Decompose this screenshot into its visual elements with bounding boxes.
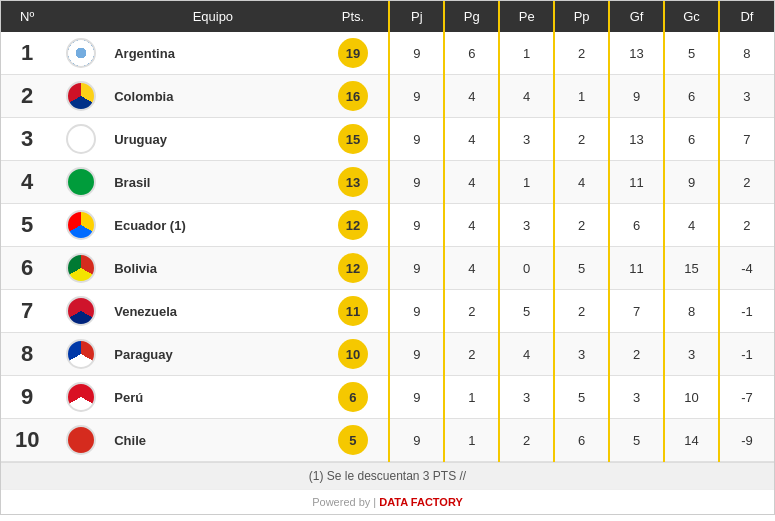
team-name-cell: Colombia xyxy=(108,75,317,118)
rank-cell: 2 xyxy=(1,75,53,118)
flag-chi-icon xyxy=(66,425,96,455)
gf-cell: 11 xyxy=(609,247,664,290)
gc-cell: 8 xyxy=(664,290,719,333)
pts-badge: 11 xyxy=(338,296,368,326)
rank-cell: 5 xyxy=(1,204,53,247)
pg-cell: 1 xyxy=(444,376,499,419)
pts-badge: 19 xyxy=(338,38,368,68)
flag-bol-icon xyxy=(66,253,96,283)
gf-cell: 2 xyxy=(609,333,664,376)
flag-per-icon xyxy=(66,382,96,412)
flag-cell xyxy=(53,376,108,419)
team-name-cell: Bolivia xyxy=(108,247,317,290)
col-header-flag xyxy=(53,1,108,32)
pg-cell: 4 xyxy=(444,75,499,118)
team-name-cell: Argentina xyxy=(108,32,317,75)
pj-cell: 9 xyxy=(389,75,444,118)
table-row: 8 Paraguay 10 9 2 4 3 2 3 -1 xyxy=(1,333,774,376)
pp-cell: 5 xyxy=(554,247,609,290)
table-row: 7 Venezuela 11 9 2 5 2 7 8 -1 xyxy=(1,290,774,333)
table-row: 5 Ecuador (1) 12 9 4 3 2 6 4 2 xyxy=(1,204,774,247)
gf-cell: 6 xyxy=(609,204,664,247)
col-header-equipo: Equipo xyxy=(108,1,317,32)
df-cell: 2 xyxy=(719,161,774,204)
pp-cell: 2 xyxy=(554,118,609,161)
gc-cell: 6 xyxy=(664,75,719,118)
pp-cell: 5 xyxy=(554,376,609,419)
pj-cell: 9 xyxy=(389,32,444,75)
flag-bra-icon xyxy=(66,167,96,197)
gf-cell: 9 xyxy=(609,75,664,118)
standings-table: Nº Equipo Pts. Pj Pg Pe Pp Gf Gc Df 1 Ar… xyxy=(1,1,774,462)
pp-cell: 2 xyxy=(554,204,609,247)
flag-cell xyxy=(53,333,108,376)
pts-cell: 12 xyxy=(318,204,390,247)
table-row: 1 Argentina 19 9 6 1 2 13 5 8 xyxy=(1,32,774,75)
col-header-df: Df xyxy=(719,1,774,32)
standings-table-container: Nº Equipo Pts. Pj Pg Pe Pp Gf Gc Df 1 Ar… xyxy=(0,0,775,515)
df-cell: -9 xyxy=(719,419,774,462)
pe-cell: 1 xyxy=(499,161,554,204)
team-name-cell: Brasil xyxy=(108,161,317,204)
table-header-row: Nº Equipo Pts. Pj Pg Pe Pp Gf Gc Df xyxy=(1,1,774,32)
flag-par-icon xyxy=(66,339,96,369)
flag-arg-icon xyxy=(66,38,96,68)
gc-cell: 6 xyxy=(664,118,719,161)
datafactory-logo: DATA FACTORY xyxy=(379,496,463,508)
pp-cell: 1 xyxy=(554,75,609,118)
rank-cell: 8 xyxy=(1,333,53,376)
pts-badge: 13 xyxy=(338,167,368,197)
table-row: 10 Chile 5 9 1 2 6 5 14 -9 xyxy=(1,419,774,462)
df-cell: -7 xyxy=(719,376,774,419)
pp-cell: 6 xyxy=(554,419,609,462)
rank-cell: 4 xyxy=(1,161,53,204)
pg-cell: 1 xyxy=(444,419,499,462)
team-name-cell: Uruguay xyxy=(108,118,317,161)
pe-cell: 3 xyxy=(499,204,554,247)
pts-cell: 13 xyxy=(318,161,390,204)
pts-cell: 15 xyxy=(318,118,390,161)
pj-cell: 9 xyxy=(389,333,444,376)
pp-cell: 2 xyxy=(554,290,609,333)
pg-cell: 4 xyxy=(444,161,499,204)
gf-cell: 3 xyxy=(609,376,664,419)
gc-cell: 9 xyxy=(664,161,719,204)
pe-cell: 3 xyxy=(499,376,554,419)
flag-cell xyxy=(53,118,108,161)
pts-badge: 10 xyxy=(338,339,368,369)
pe-cell: 3 xyxy=(499,118,554,161)
col-header-pj: Pj xyxy=(389,1,444,32)
col-header-gf: Gf xyxy=(609,1,664,32)
df-cell: -4 xyxy=(719,247,774,290)
pj-cell: 9 xyxy=(389,247,444,290)
flag-cell xyxy=(53,204,108,247)
table-row: 3 Uruguay 15 9 4 3 2 13 6 7 xyxy=(1,118,774,161)
rank-cell: 6 xyxy=(1,247,53,290)
pe-cell: 5 xyxy=(499,290,554,333)
pts-cell: 16 xyxy=(318,75,390,118)
pts-cell: 5 xyxy=(318,419,390,462)
footnote: (1) Se le descuentan 3 PTS // xyxy=(1,462,774,489)
pts-badge: 12 xyxy=(338,253,368,283)
gf-cell: 5 xyxy=(609,419,664,462)
pts-cell: 19 xyxy=(318,32,390,75)
flag-cell xyxy=(53,161,108,204)
table-row: 4 Brasil 13 9 4 1 4 11 9 2 xyxy=(1,161,774,204)
pg-cell: 2 xyxy=(444,290,499,333)
pe-cell: 4 xyxy=(499,75,554,118)
table-row: 6 Bolivia 12 9 4 0 5 11 15 -4 xyxy=(1,247,774,290)
col-header-gc: Gc xyxy=(664,1,719,32)
flag-cell xyxy=(53,290,108,333)
pg-cell: 4 xyxy=(444,118,499,161)
flag-cell xyxy=(53,32,108,75)
pp-cell: 3 xyxy=(554,333,609,376)
pts-cell: 11 xyxy=(318,290,390,333)
pts-badge: 15 xyxy=(338,124,368,154)
powered-by: Powered by | DATA FACTORY xyxy=(1,489,774,514)
flag-uru-icon xyxy=(66,124,96,154)
pj-cell: 9 xyxy=(389,290,444,333)
flag-cell xyxy=(53,247,108,290)
df-cell: -1 xyxy=(719,290,774,333)
gc-cell: 10 xyxy=(664,376,719,419)
df-cell: 7 xyxy=(719,118,774,161)
